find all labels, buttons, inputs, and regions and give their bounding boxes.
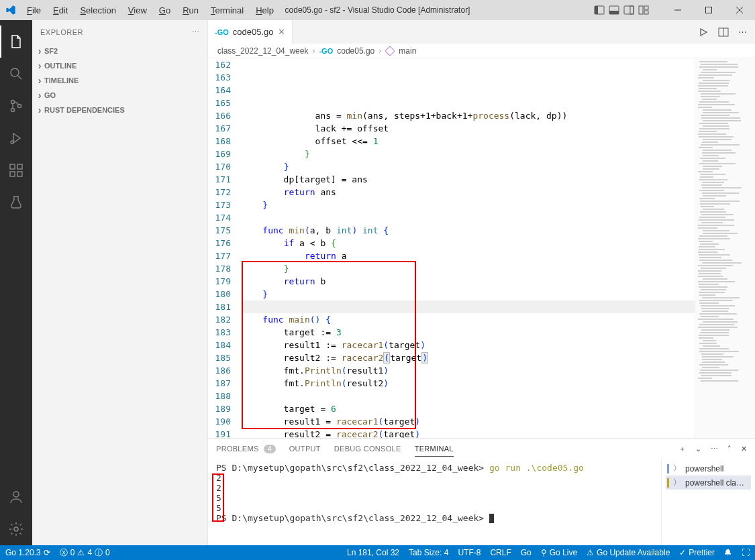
prettier-status[interactable]: ✓ Prettier: [679, 548, 715, 557]
go-file-icon: -GO: [319, 47, 333, 55]
go-live[interactable]: ⚲ Go Live: [541, 548, 577, 557]
testing-activity-icon[interactable]: [0, 186, 32, 219]
svg-rect-22: [17, 172, 22, 176]
terminal-instance[interactable]: 〉powershell cla…: [666, 475, 751, 490]
extensions-activity-icon[interactable]: [0, 154, 32, 186]
search-activity-icon[interactable]: [0, 58, 32, 90]
breadcrumb-symbol[interactable]: main: [399, 46, 416, 56]
accounts-activity-icon[interactable]: [0, 481, 32, 513]
sidebar-section-sf2[interactable]: › SF2: [32, 44, 207, 58]
svg-rect-10: [706, 7, 712, 13]
run-debug-activity-icon[interactable]: [0, 122, 32, 154]
explorer-sidebar: EXPLORER ⋯ › SF2› OUTLINE› TIMELINE› GO›…: [32, 20, 208, 545]
terminal-output-line: 2: [216, 483, 653, 493]
explorer-activity-icon[interactable]: [0, 25, 32, 58]
bottom-panel: PROBLEMS 4 OUTPUT DEBUG CONSOLE TERMINAL…: [208, 438, 755, 545]
terminal-cursor: [489, 514, 494, 523]
broadcast-icon: ⚲: [541, 548, 547, 557]
settings-activity-icon[interactable]: [0, 513, 32, 545]
menu-help[interactable]: Help: [250, 3, 279, 18]
terminal-prompt: PS D:\mysetup\gopath\src\sf2\class_2022_…: [216, 463, 489, 473]
menu-go[interactable]: Go: [154, 3, 176, 18]
svg-point-15: [11, 101, 15, 104]
svg-line-14: [18, 76, 21, 79]
maximize-panel-icon[interactable]: ˄: [727, 445, 732, 453]
terminal-list: 〉powershell〉powershell cla…: [661, 459, 755, 545]
terminal-prompt: PS D:\mysetup\gopath\src\sf2\class_2022_…: [216, 513, 489, 523]
minimize-button[interactable]: [662, 0, 693, 20]
terminal-tab[interactable]: TERMINAL: [415, 441, 454, 457]
line-gutter[interactable]: 1621631641651661671681691701711721731741…: [208, 58, 242, 438]
svg-rect-3: [609, 11, 619, 14]
menu-terminal[interactable]: Terminal: [205, 3, 249, 18]
svg-point-26: [14, 527, 18, 531]
eol[interactable]: CRLF: [490, 548, 511, 557]
close-panel-icon[interactable]: ✕: [741, 445, 747, 453]
go-file-icon: -GO: [215, 28, 229, 36]
sync-icon: ⟳: [44, 548, 50, 557]
customize-layout-icon[interactable]: [638, 5, 649, 15]
toggle-panel-left-icon[interactable]: [594, 5, 605, 15]
chevron-right-icon: ›: [35, 105, 44, 115]
svg-point-19: [11, 141, 13, 144]
tab-label: code05.go: [233, 27, 274, 37]
svg-rect-23: [17, 164, 22, 169]
maximize-button[interactable]: [693, 0, 724, 20]
encoding[interactable]: UTF-8: [458, 548, 481, 557]
go-update[interactable]: ⚠ Go Update Available: [587, 548, 670, 557]
svg-rect-20: [10, 164, 15, 169]
code-editor[interactable]: ans = min(ans, steps+1+back+1+process(la…: [242, 58, 695, 438]
problems-status[interactable]: ⓧ0 ⚠4 ⓘ0: [60, 547, 110, 559]
chevron-right-icon: ›: [35, 60, 44, 71]
explorer-more-icon[interactable]: ⋯: [192, 27, 200, 36]
menu-edit[interactable]: Edit: [48, 3, 73, 18]
sidebar-section-go[interactable]: › GO: [32, 88, 207, 103]
svg-rect-4: [624, 6, 634, 14]
chevron-right-icon: ›: [35, 46, 44, 56]
split-editor-icon[interactable]: [718, 27, 729, 38]
editor-tab-code05[interactable]: -GO code05.go ✕: [208, 20, 293, 44]
sidebar-section-timeline[interactable]: › TIMELINE: [32, 73, 207, 88]
close-tab-icon[interactable]: ✕: [278, 27, 285, 37]
terminal-output-line: 5: [216, 493, 653, 503]
more-actions-icon[interactable]: ⋯: [738, 27, 747, 37]
source-control-activity-icon[interactable]: [0, 90, 32, 122]
language-mode[interactable]: Go: [521, 548, 532, 557]
menu-run[interactable]: Run: [177, 3, 204, 18]
sidebar-section-rust-dependencies[interactable]: › RUST DEPENDENCIES: [32, 103, 207, 117]
notifications-icon[interactable]: 🔔︎: [724, 548, 732, 557]
sidebar-section-outline[interactable]: › OUTLINE: [32, 58, 207, 73]
tab-size[interactable]: Tab Size: 4: [409, 548, 448, 557]
svg-rect-5: [630, 6, 634, 14]
toggle-panel-right-icon[interactable]: [623, 5, 634, 15]
toggle-panel-bottom-icon[interactable]: [609, 5, 619, 15]
breadcrumb-folder[interactable]: class_2022_12_04_week: [217, 46, 308, 56]
output-tab[interactable]: OUTPUT: [289, 441, 321, 457]
svg-rect-6: [639, 6, 643, 14]
editor-tabs: -GO code05.go ✕ ⋯: [208, 20, 755, 44]
check-icon: ✓: [679, 548, 686, 557]
feedback-icon[interactable]: ⛶: [742, 548, 750, 557]
cursor-position[interactable]: Ln 181, Col 32: [347, 548, 399, 557]
breadcrumb[interactable]: class_2022_12_04_week › -GO code05.go › …: [208, 44, 755, 58]
menu-file[interactable]: File: [21, 3, 46, 18]
problems-tab[interactable]: PROBLEMS 4: [216, 441, 276, 457]
terminal[interactable]: PS D:\mysetup\gopath\src\sf2\class_2022_…: [208, 459, 661, 545]
problems-badge: 4: [264, 445, 276, 453]
breadcrumb-file[interactable]: code05.go: [337, 46, 374, 56]
minimap[interactable]: [695, 58, 755, 438]
svg-rect-21: [10, 172, 15, 176]
menu-selection[interactable]: Selection: [74, 3, 121, 18]
new-terminal-icon[interactable]: ＋: [678, 444, 686, 454]
terminal-dropdown-icon[interactable]: ⌄: [695, 445, 701, 453]
panel-more-icon[interactable]: ⋯: [711, 445, 718, 453]
menu-view[interactable]: View: [123, 3, 152, 18]
run-file-icon[interactable]: [698, 27, 709, 38]
terminal-instance[interactable]: 〉powershell: [666, 461, 751, 475]
terminal-output-line: 5: [216, 503, 653, 513]
svg-point-25: [13, 492, 19, 497]
warning-icon: ⚠: [77, 548, 85, 557]
close-button[interactable]: [724, 0, 755, 20]
go-version[interactable]: Go 1.20.3 ⟳: [5, 548, 50, 557]
debug-console-tab[interactable]: DEBUG CONSOLE: [334, 441, 401, 457]
